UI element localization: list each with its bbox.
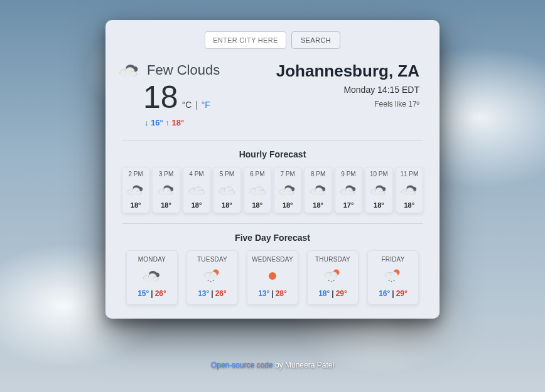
unit-fahrenheit[interactable]: °F bbox=[202, 100, 210, 110]
hour-temp: 18° bbox=[283, 201, 293, 209]
condition-text: Few Clouds bbox=[147, 62, 220, 78]
hourly-title: Hourly Forecast bbox=[122, 149, 423, 159]
svg-point-78 bbox=[328, 280, 330, 281]
svg-point-70 bbox=[208, 280, 209, 281]
svg-rect-59 bbox=[402, 192, 415, 195]
hour-icon bbox=[400, 181, 419, 199]
hour-temp: 18° bbox=[404, 201, 415, 209]
hourly-cell: 8 PM 18° bbox=[304, 167, 332, 213]
day-low: 13° bbox=[198, 289, 209, 298]
hourly-forecast: 2 PM 18°3 PM 18°4 PM 18°5 PM 18°6 PM bbox=[122, 167, 423, 213]
svg-rect-47 bbox=[342, 192, 354, 195]
hour-icon bbox=[187, 181, 206, 199]
hour-time: 10 PM bbox=[370, 171, 388, 177]
temp-separator: | bbox=[209, 289, 215, 298]
arrow-down-icon: ↓ bbox=[144, 118, 151, 127]
hourly-cell: 4 PM 18° bbox=[183, 167, 210, 213]
svg-point-71 bbox=[210, 281, 212, 282]
hourly-cell: 2 PM 18° bbox=[122, 167, 149, 213]
hour-time: 5 PM bbox=[220, 171, 234, 177]
hour-temp: 18° bbox=[313, 201, 323, 209]
hour-temp: 17° bbox=[343, 201, 354, 209]
day-name: MONDAY bbox=[138, 256, 166, 263]
hourly-cell: 3 PM 18° bbox=[152, 167, 180, 213]
temp-separator: | bbox=[330, 289, 335, 298]
arrow-up-icon: ↑ bbox=[165, 118, 171, 127]
svg-rect-41 bbox=[311, 192, 323, 195]
svg-point-73 bbox=[269, 272, 276, 280]
footer: Open-source code by Muneera Patel bbox=[0, 361, 545, 369]
unit-celsius[interactable]: °C bbox=[182, 100, 192, 110]
hour-icon bbox=[126, 181, 145, 199]
daily-cell: WEDNESDAY13°|28° bbox=[247, 250, 298, 305]
day-icon bbox=[383, 267, 403, 285]
hourly-cell: 11 PM 18° bbox=[396, 167, 423, 213]
hour-time: 2 PM bbox=[129, 171, 143, 177]
svg-rect-69 bbox=[205, 275, 217, 278]
feels-like: Feels like 17º bbox=[276, 100, 419, 109]
day-icon bbox=[202, 267, 222, 285]
svg-point-86 bbox=[391, 281, 392, 282]
city-input[interactable] bbox=[205, 31, 286, 49]
search-row: SEARCH bbox=[122, 31, 423, 49]
day-high: 29° bbox=[396, 289, 407, 298]
hourly-cell: 9 PM 17° bbox=[335, 167, 362, 213]
high-temp: 18° bbox=[172, 118, 185, 127]
daily-title: Five Day Forecast bbox=[122, 233, 423, 243]
divider bbox=[122, 223, 423, 224]
hour-temp: 18° bbox=[192, 201, 202, 209]
svg-point-87 bbox=[394, 280, 395, 281]
day-name: FRIDAY bbox=[381, 256, 404, 263]
day-low: 18° bbox=[318, 289, 330, 298]
svg-rect-21 bbox=[190, 191, 203, 194]
svg-rect-84 bbox=[386, 275, 397, 278]
day-name: THURSDAY bbox=[315, 256, 350, 263]
hour-temp: 18° bbox=[222, 201, 232, 209]
svg-point-85 bbox=[389, 280, 390, 281]
svg-rect-5 bbox=[121, 73, 136, 76]
day-name: TUESDAY bbox=[197, 256, 227, 263]
weather-card: SEARCH Few Clouds 18 °C | °F ↓ 16° bbox=[105, 20, 440, 319]
unit-toggle: °C | °F bbox=[182, 100, 210, 110]
svg-rect-65 bbox=[144, 278, 158, 281]
current-temp: 18 bbox=[143, 82, 178, 113]
high-low: ↓ 16° ↑ 18° bbox=[144, 118, 220, 127]
local-datetime: Monday 14:15 EDT bbox=[276, 85, 419, 95]
day-low: 16° bbox=[379, 289, 390, 298]
hour-icon bbox=[248, 181, 267, 199]
svg-rect-29 bbox=[251, 191, 264, 194]
hourly-cell: 7 PM 18° bbox=[274, 167, 301, 213]
svg-rect-77 bbox=[326, 275, 337, 278]
hourly-cell: 5 PM 18° bbox=[213, 167, 240, 213]
daily-cell: FRIDAY 16°|29° bbox=[367, 250, 419, 305]
temp-separator: | bbox=[149, 289, 154, 298]
svg-point-79 bbox=[331, 281, 332, 282]
hour-temp: 18° bbox=[131, 201, 141, 209]
daily-forecast: MONDAY 15°|26°TUESDAY 13°|26°WEDNESDAY13… bbox=[122, 250, 423, 305]
svg-rect-35 bbox=[281, 192, 293, 195]
day-icon bbox=[142, 267, 162, 285]
hour-temp: 18° bbox=[252, 201, 262, 209]
condition-icon bbox=[118, 61, 141, 79]
hourly-cell: 10 PM 18° bbox=[365, 167, 392, 213]
daily-cell: THURSDAY 18°|29° bbox=[307, 250, 359, 305]
hour-icon bbox=[369, 181, 388, 199]
current-conditions: Few Clouds 18 °C | °F ↓ 16° ↑ 18° Johann… bbox=[122, 61, 423, 136]
day-low: 15° bbox=[138, 289, 149, 298]
day-icon bbox=[265, 267, 280, 285]
open-source-link[interactable]: Open-source code bbox=[211, 361, 273, 369]
search-button[interactable]: SEARCH bbox=[291, 31, 340, 49]
svg-rect-25 bbox=[220, 191, 234, 194]
day-high: 26° bbox=[215, 289, 227, 298]
hour-time: 7 PM bbox=[281, 171, 295, 177]
temp-separator: | bbox=[390, 289, 396, 298]
day-name: WEDNESDAY bbox=[252, 256, 293, 263]
hour-time: 4 PM bbox=[189, 171, 203, 177]
author-credit: by Muneera Patel bbox=[273, 361, 334, 369]
city-name: Johannesburg, ZA bbox=[276, 61, 419, 81]
divider bbox=[122, 140, 423, 140]
day-low: 13° bbox=[258, 289, 269, 298]
hour-time: 9 PM bbox=[341, 171, 355, 177]
day-high: 26° bbox=[155, 289, 166, 298]
hour-time: 11 PM bbox=[400, 171, 418, 177]
